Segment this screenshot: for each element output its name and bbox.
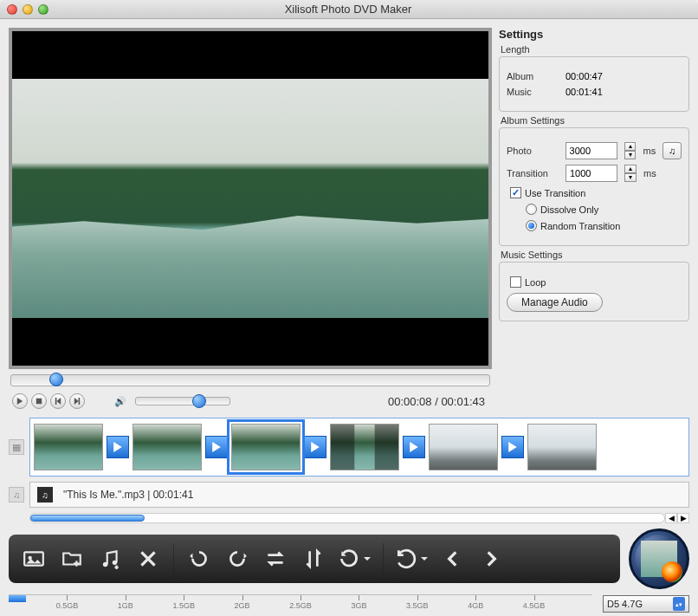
disc-type-value: D5 4.7G (607, 599, 643, 609)
photo-duration-input[interactable] (566, 142, 617, 159)
transition-unit: ms (643, 168, 656, 178)
disc-capacity-ruler: 0.5GB1GB1.5GB2GB2.5GB3GB3.5GB4GB4.5GB (9, 594, 592, 613)
svg-rect-0 (36, 399, 42, 404)
next-button[interactable] (69, 393, 85, 409)
ruler-tick (242, 595, 243, 600)
spinner-down-icon[interactable]: ▾ (624, 151, 637, 159)
transition-clip[interactable] (304, 436, 326, 458)
scroll-left-button[interactable]: ◀ (665, 513, 677, 523)
loop-checkbox[interactable] (510, 276, 521, 288)
spinner-down-icon[interactable]: ▾ (624, 173, 637, 182)
length-group: Album 00:00:47 Music 00:01:41 (499, 56, 689, 112)
transition-clip[interactable] (205, 436, 228, 458)
timeline-scrollbar[interactable] (29, 513, 665, 523)
capacity-fill (9, 595, 26, 602)
remove-button[interactable] (133, 544, 163, 574)
swap-button[interactable] (261, 544, 290, 574)
minimize-icon[interactable] (23, 4, 33, 15)
manage-audio-button[interactable]: Manage Audio (507, 293, 603, 312)
preview-frame (9, 28, 492, 369)
svg-point-4 (113, 561, 117, 565)
sync-music-button[interactable]: ♫ (662, 142, 682, 159)
burn-disc-icon (641, 541, 677, 577)
preview-area (12, 31, 488, 366)
letterbox-top (12, 31, 488, 79)
album-settings-label: Album Settings (501, 115, 689, 126)
timeline-thumb-selected[interactable] (231, 424, 301, 470)
photo-row-icon: ▦ (9, 439, 24, 455)
prev-button[interactable] (50, 393, 66, 409)
scrub-bar[interactable] (10, 374, 490, 386)
ruler-tick (359, 595, 359, 600)
svg-point-2 (29, 556, 32, 560)
burn-disc-button[interactable] (629, 528, 689, 589)
timeline-scroll-thumb[interactable] (30, 515, 145, 522)
photo-unit: ms (643, 146, 656, 156)
settings-panel: Settings Length Album 00:00:47 Music 00:… (499, 28, 689, 418)
zoom-icon[interactable] (38, 4, 48, 15)
photo-spinner[interactable]: ▴▾ (624, 142, 637, 159)
ruler-tick (126, 595, 126, 600)
transition-clip[interactable] (107, 436, 129, 458)
play-button[interactable] (12, 393, 28, 409)
rotate-ccw-button[interactable] (184, 544, 214, 574)
transition-duration-input[interactable] (566, 165, 617, 182)
spinner-up-icon[interactable]: ▴ (624, 142, 637, 151)
photo-duration-label: Photo (507, 146, 559, 156)
timeline-thumb[interactable] (132, 424, 202, 470)
stop-button[interactable] (31, 393, 47, 409)
ruler-tick (534, 595, 535, 600)
photo-strip[interactable] (29, 418, 689, 477)
timeline-thumb[interactable] (429, 424, 498, 470)
move-right-button[interactable] (476, 544, 506, 574)
disc-type-select[interactable]: D5 4.7G ▴▾ (603, 595, 689, 613)
playback-controls: 🔊 00:00:08 / 00:01:43 (9, 388, 492, 418)
chevron-down-icon[interactable] (419, 544, 430, 574)
rotate-cw-button[interactable] (223, 544, 252, 574)
volume-slider[interactable] (135, 397, 230, 405)
transition-duration-label: Transition (507, 168, 559, 178)
refresh-dropdown[interactable] (337, 544, 372, 574)
music-settings-group: Loop Manage Audio (499, 262, 689, 321)
svg-point-3 (103, 562, 107, 567)
transition-clip[interactable] (403, 436, 425, 458)
time-display: 00:00:08 / 00:01:43 (388, 395, 485, 408)
album-length-value: 00:00:47 (566, 71, 624, 81)
add-folder-button[interactable] (57, 544, 87, 574)
add-music-button[interactable] (95, 544, 125, 574)
close-icon[interactable] (7, 4, 17, 15)
music-icon: ♫ (669, 146, 675, 156)
timeline-thumb[interactable] (330, 424, 399, 470)
dissolve-radio[interactable] (526, 204, 537, 215)
refresh-button[interactable] (337, 544, 361, 574)
audio-strip[interactable]: ♫ "This Is Me.".mp3 | 00:01:41 (29, 482, 689, 508)
timeline-thumb[interactable] (34, 424, 103, 470)
undo-dropdown[interactable] (394, 544, 430, 574)
ruler-label: 1GB (118, 601, 133, 610)
preview-image (12, 79, 488, 318)
chevron-down-icon[interactable] (362, 544, 372, 574)
ruler-label: 4GB (468, 601, 483, 610)
volume-thumb[interactable] (192, 394, 206, 408)
random-transition-radio[interactable] (526, 220, 537, 231)
sort-button[interactable] (299, 544, 328, 574)
audio-row-icon: ♫ (9, 487, 24, 503)
use-transition-label: Use Transition (525, 188, 585, 198)
undo-button[interactable] (394, 544, 418, 574)
add-photo-button[interactable] (19, 544, 48, 574)
music-length-value: 00:01:41 (566, 87, 624, 97)
timeline-thumb[interactable] (527, 424, 597, 470)
transition-spinner[interactable]: ▴▾ (624, 165, 637, 182)
main-toolbar (9, 535, 620, 583)
ruler-label: 3GB (351, 601, 366, 610)
ruler-label: 1.5GB (172, 601, 195, 610)
spinner-up-icon[interactable]: ▴ (624, 165, 637, 173)
scrub-thumb[interactable] (49, 373, 63, 386)
scroll-right-button[interactable]: ▶ (677, 513, 689, 523)
title-bar: Xilisoft Photo DVD Maker (0, 0, 698, 19)
transition-clip[interactable] (501, 436, 524, 458)
audio-badge-icon: ♫ (37, 487, 53, 503)
move-left-button[interactable] (438, 544, 468, 574)
music-settings-label: Music Settings (501, 250, 689, 260)
use-transition-checkbox[interactable] (510, 187, 521, 198)
